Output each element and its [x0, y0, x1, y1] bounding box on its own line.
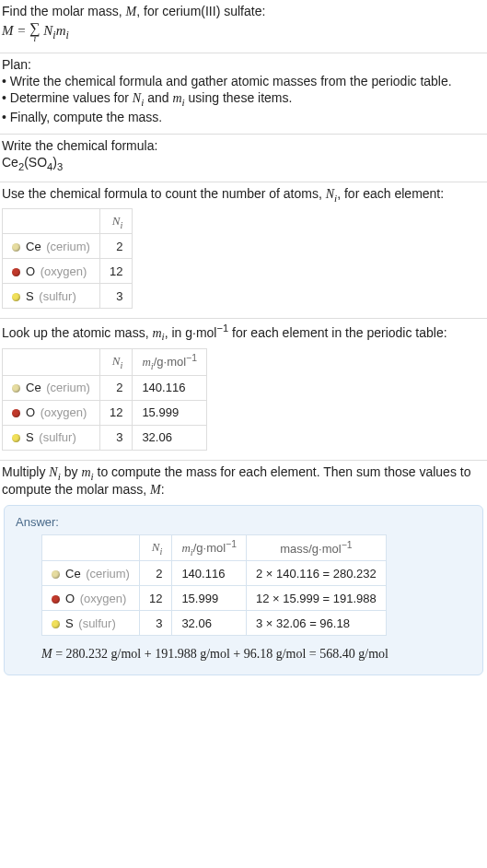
element-cell: Ce (cerium) [42, 561, 140, 586]
empty-header [42, 534, 140, 561]
col-header-mass: mass/g·mol−1 [246, 534, 386, 561]
var-M: M [41, 647, 52, 661]
element-cell: O (oxygen) [3, 400, 100, 425]
n-value: 3 [99, 425, 132, 450]
text: , for each element: [337, 186, 444, 201]
element-symbol: O [65, 592, 75, 605]
var-N: N [43, 23, 52, 38]
col-header-m: mi/g·mol−1 [133, 348, 207, 375]
element-symbol: S [26, 430, 34, 444]
text: Ce [2, 155, 18, 170]
element-name: (cerium) [46, 381, 90, 394]
element-name: (oxygen) [80, 592, 127, 605]
m-value: 32.06 [172, 611, 247, 636]
text: : [161, 482, 165, 497]
var-m: m [81, 465, 90, 479]
col-header-N: Ni [99, 209, 132, 234]
text: (SO [24, 155, 47, 170]
table-row: Ce (cerium) 2 [3, 234, 133, 259]
plan-section: Plan: • Write the chemical formula and g… [0, 53, 487, 135]
col-header-N: Ni [139, 534, 171, 561]
m-value: 140.116 [172, 561, 247, 586]
var-N: N [49, 465, 57, 479]
mass-value: 12 × 15.999 = 191.988 [246, 586, 386, 611]
plan-heading: Plan: [2, 57, 485, 72]
n-value: 2 [99, 234, 132, 259]
element-symbol: S [65, 616, 74, 630]
sup: −1 [216, 323, 228, 334]
table-row: S (sulfur) 3 32.06 3 × 32.06 = 96.18 [42, 611, 387, 636]
element-swatch-icon [52, 595, 60, 604]
element-name: (oxygen) [41, 405, 87, 419]
table-row: S (sulfur) 3 [3, 284, 133, 309]
element-symbol: Ce [26, 240, 41, 253]
multiply-section: Multiply Ni by mi to compute the mass fo… [0, 461, 487, 689]
element-swatch-icon [52, 620, 60, 628]
col-header-m: mi/g·mol−1 [172, 534, 247, 561]
m-value: 32.06 [133, 425, 207, 450]
var-m: m [152, 326, 161, 340]
var-N: N [326, 187, 334, 201]
element-symbol: Ce [65, 567, 81, 581]
element-symbol: S [26, 289, 34, 303]
empty-header [3, 209, 100, 234]
element-name: (sulfur) [39, 289, 75, 303]
n-value: 3 [99, 284, 132, 309]
n-value: 2 [139, 561, 171, 586]
text: • Determine values for [2, 90, 133, 105]
molar-mass-formula: M = ∑ i Nimi [2, 21, 485, 43]
table-row: S (sulfur) 3 32.06 [3, 425, 207, 450]
element-swatch-icon [12, 243, 20, 252]
element-symbol: Ce [26, 381, 41, 394]
table-header-row: Ni mi/g·mol−1 mass/g·mol−1 [42, 534, 387, 561]
var-m: m [172, 91, 181, 105]
text: Use the chemical formula to count the nu… [2, 186, 326, 201]
table-header-row: Ni [3, 209, 133, 234]
n-value: 12 [99, 400, 132, 425]
formula-lhs: M = [2, 23, 29, 38]
answer-table: Ni mi/g·mol−1 mass/g·mol−1 Ce (cerium) 2… [41, 534, 387, 637]
sub-i: i [65, 29, 68, 41]
sigma-icon: ∑ i [29, 21, 40, 43]
element-cell: O (oxygen) [42, 586, 140, 611]
m-value: 15.999 [172, 586, 247, 611]
element-symbol: O [26, 264, 35, 278]
col-header-N: Ni [99, 348, 132, 375]
element-swatch-icon [12, 293, 20, 301]
element-name: (sulfur) [78, 616, 115, 630]
var-m: m [56, 23, 66, 38]
table-row: Ce (cerium) 2 140.116 2 × 140.116 = 280.… [42, 561, 387, 586]
element-name: (sulfur) [39, 430, 75, 444]
plan-bullet-1: • Write the chemical formula and gather … [2, 74, 485, 88]
mass-value: 3 × 32.06 = 96.18 [246, 611, 386, 636]
element-swatch-icon [12, 268, 20, 276]
count-section: Use the chemical formula to count the nu… [0, 182, 487, 320]
intro-line: Find the molar mass, M, for cerium(III) … [2, 4, 485, 19]
element-swatch-icon [12, 434, 20, 442]
element-cell: Ce (cerium) [3, 375, 100, 400]
element-name: (oxygen) [41, 264, 87, 278]
plan-bullet-2: • Determine values for Ni and mi using t… [2, 90, 485, 108]
element-cell: S (sulfur) [42, 611, 140, 636]
n-value: 2 [99, 375, 132, 400]
element-symbol: O [26, 405, 35, 419]
element-swatch-icon [52, 570, 60, 579]
m-value: 15.999 [133, 400, 207, 425]
answer-label: Answer: [16, 515, 471, 529]
table-row: O (oxygen) 12 [3, 259, 133, 284]
answer-box: Answer: Ni mi/g·mol−1 mass/g·mol−1 Ce (c… [4, 505, 483, 676]
chemical-formula-section: Write the chemical formula: Ce2(SO4)3 [0, 135, 487, 182]
var-N: N [133, 91, 141, 105]
var-M: M [126, 5, 137, 18]
element-swatch-icon [12, 409, 20, 417]
element-cell: Ce (cerium) [3, 234, 100, 259]
intro-section: Find the molar mass, M, for cerium(III) … [0, 0, 487, 53]
element-name: (cerium) [46, 240, 90, 253]
text: by [61, 464, 82, 479]
count-heading: Use the chemical formula to count the nu… [2, 186, 485, 204]
text: , in g·mol [165, 325, 217, 340]
n-value: 12 [139, 586, 171, 611]
table-row: O (oxygen) 12 15.999 12 × 15.999 = 191.9… [42, 586, 387, 611]
plan-bullet-3: • Finally, compute the mass. [2, 110, 485, 124]
n-value: 3 [139, 611, 171, 636]
